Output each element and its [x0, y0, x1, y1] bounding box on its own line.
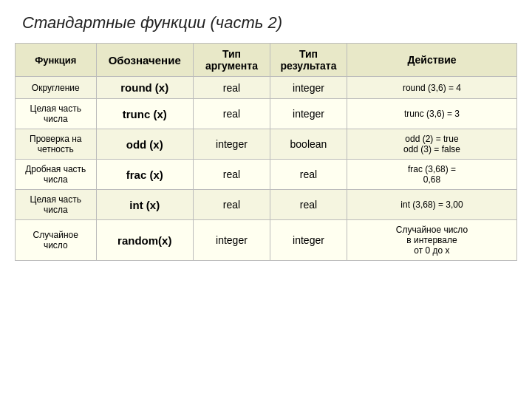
- cell-action: odd (2) = trueodd (3) = false: [347, 129, 516, 160]
- cell-function: Целая часть числа: [16, 190, 97, 220]
- cell-function: Проверка на четность: [16, 129, 97, 160]
- cell-function: Округление: [16, 77, 97, 99]
- cell-restype: real: [270, 160, 347, 190]
- cell-notation: int (x): [96, 190, 193, 220]
- cell-action: frac (3,68) =0,68: [347, 160, 516, 190]
- cell-action: int (3,68) = 3,00: [347, 190, 516, 220]
- cell-function: Дробная часть числа: [16, 160, 97, 190]
- cell-argtype: real: [193, 160, 270, 190]
- cell-notation: trunc (x): [96, 99, 193, 129]
- header-argtype: Тип аргумента: [193, 44, 270, 77]
- cell-argtype: real: [193, 77, 270, 99]
- cell-argtype: real: [193, 190, 270, 220]
- header-function: Функция: [16, 44, 97, 77]
- table-row: Целая часть числаtrunc (x)realintegertru…: [16, 99, 517, 129]
- cell-function: Случайное число: [16, 220, 97, 261]
- cell-restype: real: [270, 190, 347, 220]
- cell-notation: odd (x): [96, 129, 193, 160]
- cell-argtype: real: [193, 99, 270, 129]
- cell-notation: frac (x): [96, 160, 193, 190]
- cell-notation: random(x): [96, 220, 193, 261]
- cell-action: round (3,6) = 4: [347, 77, 516, 99]
- header-restype: Тип результата: [270, 44, 347, 77]
- table-row: Проверка на четностьodd (x)integerboolea…: [16, 129, 517, 160]
- cell-restype: integer: [270, 220, 347, 261]
- table-row: Дробная часть числаfrac (x)realrealfrac …: [16, 160, 517, 190]
- header-action: Действие: [347, 44, 516, 77]
- cell-argtype: integer: [193, 220, 270, 261]
- cell-action: trunc (3,6) = 3: [347, 99, 516, 129]
- table-row: Случайное числоrandom(x)integerintegerСл…: [16, 220, 517, 261]
- table-row: Округлениеround (x)realintegerround (3,6…: [16, 77, 517, 99]
- table-row: Целая часть числаint (x)realrealint (3,6…: [16, 190, 517, 220]
- header-notation: Обозначение: [96, 44, 193, 77]
- cell-restype: integer: [270, 77, 347, 99]
- page-title: Стандартные функции (часть 2): [15, 13, 282, 33]
- functions-table: Функция Обозначение Тип аргумента Тип ре…: [15, 43, 517, 261]
- cell-action: Случайное числов интервалеот 0 до x: [347, 220, 516, 261]
- cell-notation: round (x): [96, 77, 193, 99]
- cell-restype: boolean: [270, 129, 347, 160]
- cell-function: Целая часть числа: [16, 99, 97, 129]
- cell-argtype: integer: [193, 129, 270, 160]
- cell-restype: integer: [270, 99, 347, 129]
